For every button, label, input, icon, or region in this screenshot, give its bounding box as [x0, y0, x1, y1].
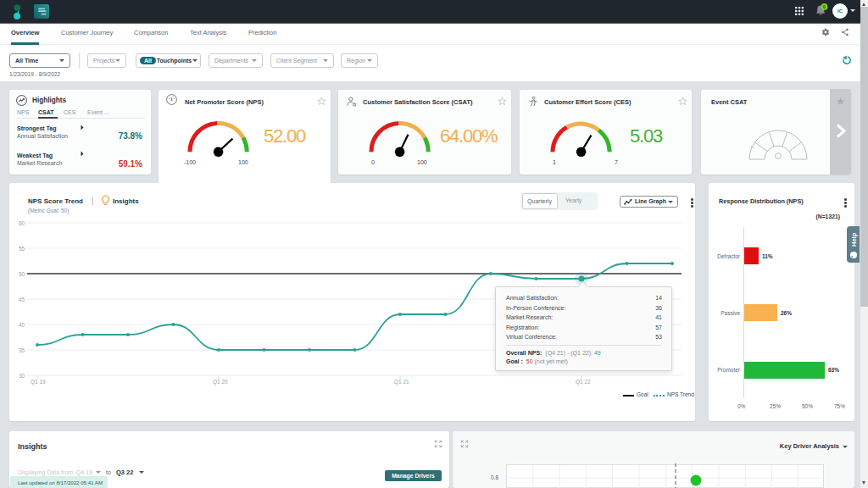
svg-text:0: 0: [823, 4, 826, 9]
